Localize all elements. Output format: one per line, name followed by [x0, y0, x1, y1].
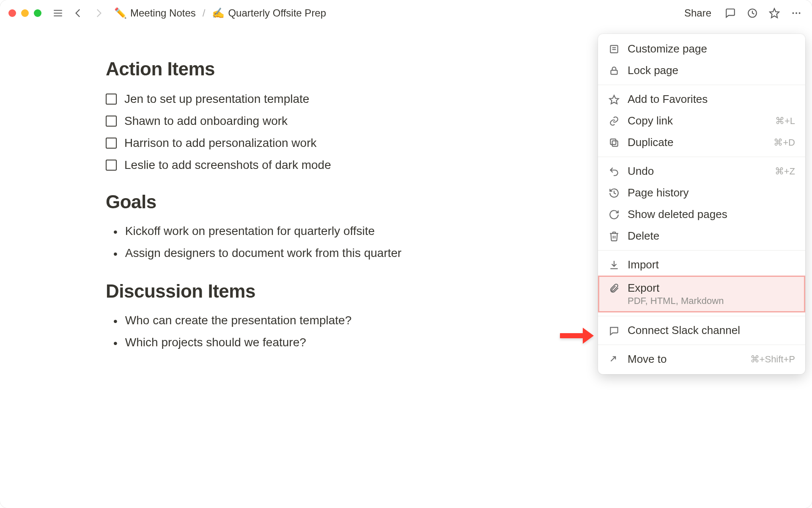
menu-connect-slack[interactable]: Connect Slack channel — [598, 320, 805, 341]
star-icon — [608, 94, 620, 105]
todo-item[interactable]: Harrison to add personalization work — [106, 132, 508, 154]
svg-marker-19 — [583, 328, 594, 344]
updates-clock-icon[interactable] — [745, 6, 760, 20]
menu-label: Show deleted pages — [628, 208, 795, 221]
menu-lock-page[interactable]: Lock page — [598, 60, 805, 81]
move-arrow-icon — [608, 353, 620, 365]
nav-back-button[interactable] — [71, 6, 85, 20]
customize-icon — [608, 43, 620, 55]
todo-item[interactable]: Shawn to add onboarding work — [106, 110, 508, 132]
breadcrumb-current-label: Quarterly Offsite Prep — [228, 7, 326, 19]
todo-item[interactable]: Jen to set up presentation template — [106, 88, 508, 110]
pencil-emoji-icon: ✏️ — [114, 7, 127, 19]
checkbox-icon[interactable] — [106, 138, 117, 149]
svg-point-7 — [799, 12, 801, 14]
menu-delete[interactable]: Delete — [598, 225, 805, 247]
more-menu-icon[interactable] — [789, 6, 804, 20]
checkbox-icon[interactable] — [106, 116, 117, 127]
nav-forward-button — [91, 6, 106, 20]
list-item-label: Which projects should we feature? — [125, 336, 306, 349]
page-options-menu: Customize page Lock page Add to Favorite… — [598, 34, 805, 374]
duplicate-icon — [608, 137, 620, 149]
comments-icon[interactable] — [723, 6, 738, 20]
checkbox-icon[interactable] — [106, 160, 117, 171]
window-minimize-button[interactable] — [21, 9, 29, 17]
topbar: ✏️ Meeting Notes / ✍️ Quarterly Offsite … — [0, 0, 812, 26]
list-item[interactable]: • Assign designers to document work from… — [106, 243, 508, 265]
menu-shortcut: ⌘+Shift+P — [750, 354, 795, 365]
list-item[interactable]: • Who can create the presentation templa… — [106, 310, 508, 332]
svg-point-5 — [792, 12, 794, 14]
menu-export[interactable]: Export PDF, HTML, Markdown — [598, 276, 805, 312]
svg-rect-14 — [610, 139, 616, 144]
todo-label: Jen to set up presentation template — [124, 92, 309, 106]
sidebar-toggle-icon[interactable] — [51, 6, 65, 20]
menu-sublabel: PDF, HTML, Markdown — [628, 295, 724, 306]
menu-shortcut: ⌘+D — [774, 137, 795, 148]
todo-label: Harrison to add personalization work — [124, 136, 316, 150]
menu-separator — [598, 85, 805, 85]
action-items-list: Jen to set up presentation template Shaw… — [106, 88, 508, 176]
slack-chat-icon — [608, 325, 620, 337]
list-item[interactable]: • Kickoff work on presentation for quart… — [106, 221, 508, 243]
svg-rect-11 — [611, 70, 617, 74]
breadcrumb: ✏️ Meeting Notes / ✍️ Quarterly Offsite … — [112, 6, 329, 21]
svg-marker-12 — [609, 95, 619, 104]
section-discussion-title: Discussion Items — [106, 281, 508, 302]
list-item-label: Who can create the presentation template… — [125, 314, 351, 327]
menu-label: Connect Slack channel — [628, 324, 795, 337]
breadcrumb-parent-label: Meeting Notes — [130, 7, 196, 19]
window-controls — [8, 9, 41, 17]
svg-marker-4 — [770, 8, 779, 18]
menu-label: Export — [628, 282, 795, 295]
list-item[interactable]: • Which projects should we feature? — [106, 332, 508, 354]
menu-shortcut: ⌘+L — [775, 116, 795, 127]
menu-label: Undo — [628, 165, 767, 178]
import-icon — [608, 259, 620, 271]
menu-import[interactable]: Import — [598, 254, 805, 276]
menu-label: Duplicate — [628, 136, 766, 149]
list-item-label: Assign designers to document work from t… — [125, 246, 402, 260]
lock-icon — [608, 65, 620, 77]
trash-icon — [608, 230, 620, 242]
bullet-icon: • — [113, 336, 118, 351]
todo-item[interactable]: Leslie to add screenshots of dark mode — [106, 154, 508, 176]
menu-label: Lock page — [628, 64, 795, 77]
breadcrumb-parent[interactable]: ✏️ Meeting Notes — [112, 6, 198, 21]
page-content: Action Items Jen to set up presentation … — [0, 26, 508, 355]
menu-page-history[interactable]: Page history — [598, 182, 805, 204]
paperclip-icon — [608, 282, 620, 294]
checkbox-icon[interactable] — [106, 94, 117, 105]
menu-add-favorites[interactable]: Add to Favorites — [598, 88, 805, 110]
window-close-button[interactable] — [8, 9, 16, 17]
section-goals-title: Goals — [106, 191, 508, 213]
app-window: ✏️ Meeting Notes / ✍️ Quarterly Offsite … — [0, 0, 812, 508]
bullet-icon: • — [113, 314, 118, 329]
menu-show-deleted[interactable]: Show deleted pages — [598, 204, 805, 225]
menu-move-to[interactable]: Move to ⌘+Shift+P — [598, 348, 805, 370]
menu-label: Page history — [628, 186, 795, 199]
restore-icon — [608, 209, 620, 221]
menu-undo[interactable]: Undo ⌘+Z — [598, 160, 805, 182]
menu-label: Add to Favorites — [628, 93, 795, 106]
menu-label: Delete — [628, 229, 795, 243]
menu-duplicate[interactable]: Duplicate ⌘+D — [598, 132, 805, 153]
svg-point-6 — [796, 12, 797, 14]
menu-label: Customize page — [628, 42, 795, 55]
writing-hand-emoji-icon: ✍️ — [212, 7, 225, 19]
breadcrumb-current[interactable]: ✍️ Quarterly Offsite Prep — [209, 6, 329, 21]
menu-customize-page[interactable]: Customize page — [598, 38, 805, 60]
menu-separator — [598, 345, 805, 345]
menu-copy-link[interactable]: Copy link ⌘+L — [598, 110, 805, 132]
window-zoom-button[interactable] — [34, 9, 41, 17]
goals-list: • Kickoff work on presentation for quart… — [106, 221, 508, 265]
todo-label: Shawn to add onboarding work — [124, 114, 288, 128]
svg-rect-13 — [612, 141, 618, 146]
menu-label: Import — [628, 258, 795, 271]
menu-separator — [598, 157, 805, 157]
breadcrumb-separator: / — [203, 7, 206, 19]
bullet-icon: • — [113, 224, 118, 240]
favorite-star-icon[interactable] — [767, 6, 782, 20]
share-button[interactable]: Share — [680, 6, 716, 21]
menu-separator — [598, 250, 805, 251]
